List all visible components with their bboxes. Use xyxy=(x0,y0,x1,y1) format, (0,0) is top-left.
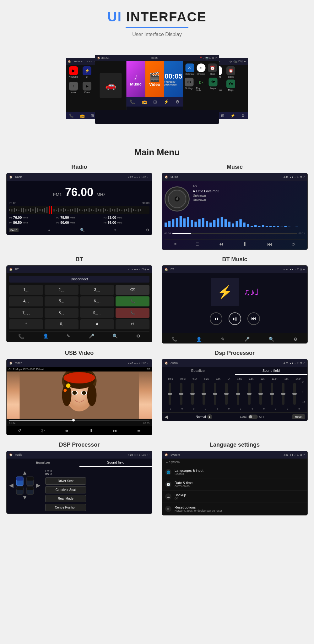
key-backspace[interactable]: ⌫ xyxy=(116,285,149,295)
bt-contacts-icon[interactable]: 👤 xyxy=(43,333,48,339)
home-icon-btm[interactable]: 🏠 xyxy=(165,268,168,271)
tab2-soundfield[interactable]: Sound field xyxy=(79,459,152,467)
banner-video[interactable]: 🎬 Video xyxy=(145,61,164,97)
lang-item-1[interactable]: 🌐 Languages & input Gboard xyxy=(162,466,307,478)
home-icon-dsp2[interactable]: 🏠 xyxy=(9,453,13,456)
bt-mic-icon[interactable]: 🎤 xyxy=(89,333,94,339)
app-maps-right[interactable]: 🗺 Maps xyxy=(225,80,237,91)
app-calendar[interactable]: 27 Calendar xyxy=(185,63,194,75)
slider-5[interactable] xyxy=(214,383,216,405)
vid-info[interactable]: ⓘ xyxy=(41,428,45,433)
key-refresh[interactable]: ↺ xyxy=(116,319,149,329)
dsp-reset-btn[interactable]: Reset xyxy=(292,414,305,419)
tab-soundfield[interactable]: Sound field xyxy=(235,367,308,375)
key-8[interactable]: 8TUV xyxy=(45,308,78,318)
slider-8[interactable] xyxy=(248,383,251,405)
arrow-right[interactable]: ▶ xyxy=(36,482,41,489)
bt-search-icon[interactable]: 🔍 xyxy=(112,333,118,339)
btm-play[interactable]: ⏯ xyxy=(229,312,241,325)
bt-settings-icon[interactable]: ⚙ xyxy=(136,333,140,339)
repeat-btn[interactable]: ↺ xyxy=(291,242,295,247)
progress-bar[interactable] xyxy=(172,233,297,234)
key-6[interactable]: 6MNO xyxy=(80,296,114,306)
slider-6[interactable] xyxy=(225,383,228,405)
footer-icon-1[interactable]: 📞 xyxy=(69,113,74,118)
app-settings[interactable]: ⚙ Settings xyxy=(185,78,194,91)
list-icon[interactable]: ☰ xyxy=(196,242,199,246)
r-footer-5[interactable]: ⚙ xyxy=(241,113,245,118)
home-icon-lang[interactable]: 🏠 xyxy=(165,453,168,456)
app-playstore[interactable]: ▷ Play Store xyxy=(196,78,206,91)
footer-nav-3[interactable]: ⊞ xyxy=(153,99,157,104)
footer-nav-4[interactable]: ⚡ xyxy=(164,99,169,104)
slider-12[interactable] xyxy=(293,383,296,405)
btm-prev[interactable]: ⏮ xyxy=(210,312,222,325)
band-btn[interactable]: BAND xyxy=(9,228,19,232)
slider-3[interactable] xyxy=(191,383,194,405)
app-video[interactable]: ▶ Video xyxy=(81,82,93,93)
slider-1[interactable] xyxy=(169,383,171,405)
lang-back-btn[interactable]: ← System xyxy=(162,459,307,466)
video-progress-bar[interactable] xyxy=(9,420,149,421)
footer-icon-3[interactable]: ⊞ xyxy=(91,113,94,118)
slider-7[interactable] xyxy=(237,383,239,405)
key-2[interactable]: 2ABC xyxy=(45,285,78,295)
codriver-seat-btn[interactable]: Co-driver Seat xyxy=(45,486,86,493)
key-9[interactable]: 9WXYZ xyxy=(80,308,114,318)
r-footer-3[interactable]: ⊞ xyxy=(221,113,224,118)
prev-btn[interactable]: ⏮ xyxy=(219,241,224,247)
btm-mic[interactable]: 🎤 xyxy=(243,335,251,343)
lang-item-4[interactable]: ↺ Reset options Network, apps, or device… xyxy=(162,503,307,515)
key-4[interactable]: 4GHI xyxy=(9,296,43,306)
app-clock-right[interactable]: ⏰ Clock xyxy=(225,66,237,78)
key-star[interactable]: * xyxy=(9,319,43,329)
app-music[interactable]: ♪ Music xyxy=(68,82,79,93)
home-icon-vid[interactable]: 🏠 xyxy=(9,361,13,365)
vid-play[interactable]: ⏸ xyxy=(88,428,93,433)
btm-contacts[interactable]: 👤 xyxy=(195,335,203,343)
key-1[interactable]: 1□□□ xyxy=(9,285,43,295)
footer-nav-1[interactable]: 📞 xyxy=(130,99,135,104)
dsp-loud-toggle[interactable] xyxy=(248,415,258,419)
tab-equalizer[interactable]: Equalizer xyxy=(162,367,235,375)
key-0[interactable]: 0+ xyxy=(45,319,78,329)
r-footer-4[interactable]: ⚡ xyxy=(230,113,235,118)
slider-9[interactable] xyxy=(259,383,262,405)
lang-item-2[interactable]: 🕐 Date & time GMT+00:00 xyxy=(162,478,307,491)
vid-list[interactable]: ☰ xyxy=(137,428,141,433)
prev-fast-btn[interactable]: « xyxy=(48,228,51,232)
app-maps[interactable]: 🗺 Maps xyxy=(209,78,218,91)
home-icon-music[interactable]: 🏠 xyxy=(165,175,168,179)
bt-transfer-icon[interactable]: ✎ xyxy=(67,333,70,339)
dsp-prev-btn[interactable]: ◀ xyxy=(165,414,168,419)
app-youtube[interactable]: ▶ YouTube xyxy=(68,66,79,80)
btm-call[interactable]: 📞 xyxy=(170,335,179,343)
next-fast-btn[interactable]: » xyxy=(114,228,116,232)
arrow-up[interactable]: ▲ xyxy=(22,470,28,476)
tab2-equalizer[interactable]: Equalizer xyxy=(7,459,79,467)
slider-2[interactable] xyxy=(180,383,182,405)
footer-icon-2[interactable]: 📻 xyxy=(80,113,85,118)
app-clock[interactable]: ⏰ Clack xyxy=(208,63,217,75)
vid-prev[interactable]: ⏮ xyxy=(64,428,69,433)
home-icon[interactable]: 🏠 xyxy=(9,175,13,179)
vid-next[interactable]: ⏭ xyxy=(113,428,117,433)
key-3[interactable]: 3DEF xyxy=(80,285,114,295)
app-chrome[interactable]: ⊕ Chrome xyxy=(197,63,206,75)
home-icon-dsp[interactable]: 🏠 xyxy=(165,361,168,365)
next-btn[interactable]: ⏭ xyxy=(267,241,272,247)
menu-icon[interactable]: ≡ xyxy=(174,242,176,246)
key-end-call[interactable]: 📞 xyxy=(116,308,149,318)
key-call[interactable]: 📞 xyxy=(116,296,149,306)
banner-clock[interactable]: 00:05 Thursday 2016/08/18 xyxy=(164,61,183,97)
lang-item-3[interactable]: ☁ Backup Off xyxy=(162,491,307,503)
btm-settings[interactable]: ⚙ xyxy=(292,335,299,343)
slider-10[interactable] xyxy=(271,383,273,405)
dsp-play-btn[interactable]: ▶ xyxy=(207,414,212,419)
key-5[interactable]: 5JKL xyxy=(45,296,78,306)
vol-icon[interactable]: ♪ xyxy=(139,176,140,179)
search-btn[interactable]: 🔍 xyxy=(80,228,85,232)
rear-mode-btn[interactable]: Rear Mode xyxy=(45,495,86,502)
btm-transfer[interactable]: ✎ xyxy=(219,335,226,343)
banner-music[interactable]: ♪ Music xyxy=(127,61,145,97)
